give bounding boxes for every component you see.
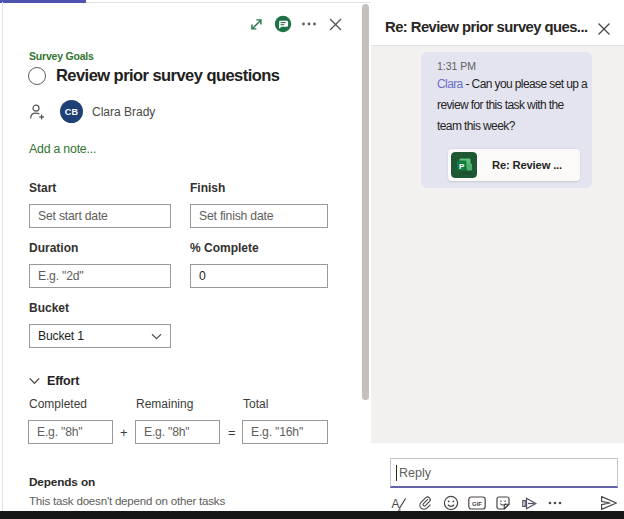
finish-date-placeholder: Set finish date — [199, 209, 273, 223]
effort-completed-placeholder: E.g. "8h" — [37, 425, 82, 439]
percent-complete-value: 0 — [199, 269, 206, 283]
gif-icon: GIF — [468, 495, 486, 511]
format-button[interactable]: A — [390, 494, 408, 512]
task-title[interactable]: Review prior survey questions — [56, 66, 279, 85]
emoji-icon — [443, 495, 459, 511]
effort-remaining-placeholder: E.g. "8h" — [144, 425, 189, 439]
finish-label: Finish — [190, 181, 225, 195]
ellipsis-icon — [301, 16, 317, 32]
sticker-icon — [495, 495, 511, 511]
svg-text:P: P — [459, 162, 465, 171]
chat-title: Re: Review prior survey ques... — [385, 19, 593, 35]
expand-icon — [249, 17, 264, 32]
finish-date-input[interactable]: Set finish date — [190, 204, 328, 228]
project-app-icon: P — [451, 152, 477, 178]
depends-on-text: This task doesn't depend on other tasks — [29, 494, 225, 507]
chat-message-bubble: 1:31 PM Clara - Can you please set up a … — [421, 52, 592, 188]
stream-icon — [521, 495, 538, 512]
open-chat-button[interactable] — [273, 14, 293, 34]
task-complete-checkbox[interactable] — [28, 67, 46, 85]
depends-on-label: Depends on — [29, 475, 95, 489]
send-icon — [600, 495, 618, 511]
compose-toolbar: A — [390, 494, 618, 512]
text-caret — [396, 465, 397, 481]
reply-placeholder: Reply — [399, 466, 431, 480]
message-text: Clara - Can you please set up a review f… — [437, 74, 590, 137]
breadcrumb[interactable]: Survey Goals — [29, 50, 94, 62]
effort-remaining-input[interactable]: E.g. "8h" — [135, 420, 220, 444]
more-options-button[interactable] — [299, 14, 319, 34]
effort-total-placeholder: E.g. "16h" — [251, 425, 303, 439]
chevron-down-icon — [151, 333, 162, 340]
assignee-name[interactable]: Clara Brady — [92, 105, 155, 119]
remaining-label: Remaining — [136, 397, 193, 411]
start-label: Start — [29, 181, 56, 195]
taskbar-strip — [0, 511, 624, 519]
chat-header: Re: Review prior survey ques... — [371, 0, 624, 46]
attach-button[interactable] — [416, 494, 434, 512]
message-timestamp: 1:31 PM — [437, 60, 476, 72]
effort-total-input[interactable]: E.g. "16h" — [242, 420, 328, 444]
bucket-select[interactable]: Bucket 1 — [29, 324, 171, 348]
chat-bubble-icon — [274, 15, 292, 33]
reply-input[interactable]: Reply — [390, 458, 618, 488]
format-icon: A — [391, 495, 408, 512]
total-label: Total — [243, 397, 268, 411]
send-button[interactable] — [600, 494, 618, 512]
scrollbar-thumb[interactable] — [362, 4, 369, 400]
chevron-down-icon — [29, 377, 40, 385]
compose-area: Reply A — [371, 443, 624, 511]
gif-button[interactable]: GIF — [468, 494, 486, 512]
avatar[interactable]: CB — [60, 100, 83, 123]
svg-text:A: A — [391, 497, 399, 511]
teams-window: Survey Goals Review prior survey questio… — [0, 0, 624, 519]
close-icon — [328, 17, 343, 32]
chat-panel: Re: Review prior survey ques... 1:31 PM … — [371, 0, 624, 511]
task-toolbar — [246, 13, 346, 35]
duration-placeholder: E.g. "2d" — [38, 269, 83, 283]
bucket-value: Bucket 1 — [38, 329, 84, 343]
start-date-input[interactable]: Set start date — [29, 204, 171, 228]
message-separator: - — [463, 77, 472, 91]
person-add-icon[interactable] — [28, 103, 46, 121]
task-title-row: Review prior survey questions — [28, 66, 279, 85]
more-compose-button[interactable] — [546, 494, 564, 512]
emoji-button[interactable] — [442, 494, 460, 512]
percent-complete-label: % Complete — [190, 241, 259, 255]
close-chat-button[interactable] — [595, 20, 613, 38]
equals-sign: = — [228, 425, 236, 440]
message-sender-link[interactable]: Clara — [437, 77, 463, 91]
task-detail-panel: Survey Goals Review prior survey questio… — [3, 3, 371, 511]
svg-text:GIF: GIF — [472, 501, 482, 507]
effort-section-label: Effort — [47, 374, 79, 388]
plus-sign: + — [120, 425, 128, 440]
duration-input[interactable]: E.g. "2d" — [29, 264, 171, 288]
paperclip-icon — [417, 495, 433, 511]
duration-label: Duration — [29, 241, 78, 255]
expand-button[interactable] — [246, 14, 266, 34]
effort-completed-input[interactable]: E.g. "8h" — [28, 420, 113, 444]
task-link-card[interactable]: P Re: Review ... — [448, 149, 580, 181]
percent-complete-input[interactable]: 0 — [190, 264, 328, 288]
close-icon — [597, 22, 611, 36]
assignee-row: CB Clara Brady — [28, 100, 155, 123]
close-task-button[interactable] — [326, 14, 346, 34]
effort-section-toggle[interactable]: Effort — [29, 374, 79, 388]
bucket-label: Bucket — [29, 301, 69, 315]
task-card-title: Re: Review ... — [492, 159, 562, 171]
sticker-button[interactable] — [494, 494, 512, 512]
stream-button[interactable] — [520, 494, 538, 512]
completed-label: Completed — [29, 397, 87, 411]
start-date-placeholder: Set start date — [38, 209, 108, 223]
add-note-link[interactable]: Add a note... — [29, 142, 96, 156]
ellipsis-icon — [547, 495, 563, 511]
